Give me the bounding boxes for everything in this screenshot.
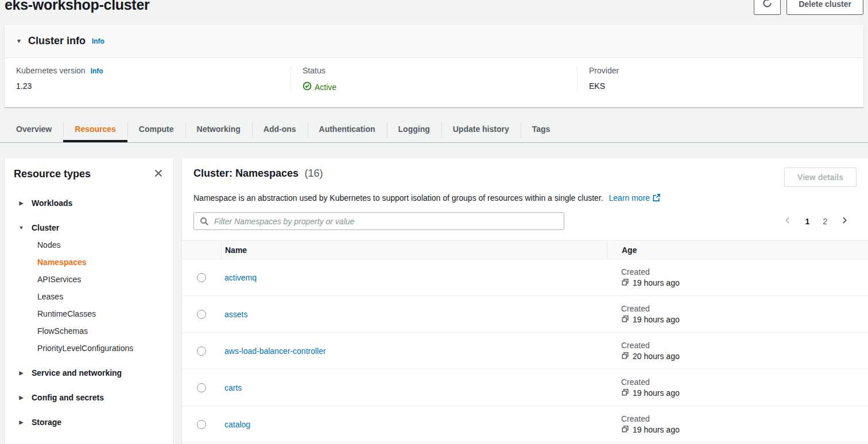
row-radio[interactable] — [197, 383, 206, 392]
sidebar-item-flowschemas[interactable]: FlowSchemas — [37, 322, 164, 340]
namespace-link[interactable]: catalog — [224, 420, 250, 429]
field-status: Status Active — [290, 66, 577, 92]
tab-resources[interactable]: Resources — [63, 116, 127, 142]
sidebar-group-cluster[interactable]: ▼ Cluster — [18, 219, 164, 236]
namespace-link[interactable]: carts — [224, 383, 242, 392]
close-icon — [154, 169, 163, 180]
table-row: activemq Created 19 hours ago — [182, 259, 868, 296]
chevron-left-icon — [784, 216, 792, 226]
sidebar-group-storage[interactable]: ▶ Storage — [18, 414, 164, 431]
caret-right-icon[interactable]: ▶ — [18, 370, 24, 376]
delete-cluster-button[interactable]: Delete cluster — [786, 0, 863, 15]
created-label: Created — [621, 377, 868, 387]
namespace-link[interactable]: aws-load-balancer-controller — [224, 346, 326, 356]
previous-page-button[interactable] — [784, 216, 792, 226]
chevron-right-icon — [840, 216, 848, 226]
page-number-1[interactable]: 1 — [805, 217, 809, 226]
sidebar-item-namespaces[interactable]: Namespaces — [37, 254, 164, 271]
age-value: 19 hours ago — [633, 388, 680, 398]
pagination: 1 2 — [784, 216, 848, 226]
external-link-icon — [652, 194, 661, 204]
cluster-info-info-link[interactable]: Info — [92, 37, 104, 45]
cluster-tabs: Overview Resources Compute Networking Ad… — [0, 116, 868, 143]
sidebar-group-config-and-secrets[interactable]: ▶ Config and secrets — [18, 389, 164, 406]
sidebar-item-nodes[interactable]: Nodes — [37, 236, 164, 254]
kubernetes-version-label: Kubernetes version — [16, 66, 86, 75]
sidebar-item-apiservices[interactable]: APIServices — [37, 271, 164, 288]
refresh-icon — [762, 0, 772, 10]
caret-right-icon[interactable]: ▶ — [18, 200, 24, 206]
row-radio[interactable] — [197, 420, 206, 429]
sidebar-group-workloads[interactable]: ▶ Workloads — [18, 194, 164, 212]
name-column-header: Name — [221, 241, 607, 259]
cluster-info-header[interactable]: ▼ Cluster info Info — [5, 25, 863, 58]
tab-tags[interactable]: Tags — [521, 116, 562, 142]
tab-add-ons[interactable]: Add-ons — [252, 116, 308, 142]
table-row: aws-load-balancer-controller Created 20 … — [182, 333, 868, 369]
close-panel-button[interactable] — [153, 168, 164, 181]
tab-networking[interactable]: Networking — [185, 116, 252, 142]
page-header: eks-workshop-cluster Delete cluster — [0, 0, 868, 24]
cluster-info-body: Kubernetes version Info 1.23 Status Acti… — [5, 58, 863, 107]
cluster-group-children: Nodes Namespaces APIServices Leases Runt… — [18, 236, 164, 357]
table-row: assets Created 19 hours ago — [182, 296, 868, 333]
row-radio[interactable] — [197, 310, 206, 319]
tab-authentication[interactable]: Authentication — [308, 116, 387, 142]
refresh-button[interactable] — [754, 0, 781, 15]
resource-types-panel: Resource types ▶ Workloads ▼ Cluster Nod… — [5, 158, 173, 444]
tab-compute[interactable]: Compute — [127, 116, 185, 142]
field-provider: Provider EKS — [577, 66, 863, 92]
caret-down-icon[interactable]: ▼ — [18, 225, 24, 231]
copy-icon[interactable] — [621, 352, 629, 361]
copy-icon[interactable] — [621, 278, 629, 288]
age-value: 19 hours ago — [633, 315, 680, 324]
created-label: Created — [621, 414, 868, 423]
table-row: catalog Created 19 hours ago — [182, 406, 868, 443]
tab-update-history[interactable]: Update history — [441, 116, 521, 142]
table-row: carts Created 19 hours ago — [182, 369, 868, 406]
copy-icon[interactable] — [621, 315, 629, 325]
tab-overview[interactable]: Overview — [5, 116, 63, 142]
namespace-link[interactable]: assets — [224, 310, 247, 319]
sidebar-group-label: Storage — [32, 418, 61, 427]
page-number-2[interactable]: 2 — [823, 217, 827, 226]
created-label: Created — [621, 267, 868, 276]
field-kubernetes-version: Kubernetes version Info 1.23 — [5, 66, 290, 92]
namespaces-table: Name Age activemq Created 19 — [182, 240, 868, 443]
namespace-link[interactable]: activemq — [224, 273, 257, 282]
caret-right-icon[interactable]: ▶ — [18, 395, 24, 400]
copy-icon[interactable] — [621, 388, 629, 398]
caret-down-icon[interactable]: ▼ — [16, 38, 22, 44]
tab-logging[interactable]: Logging — [387, 116, 441, 142]
caret-right-icon[interactable]: ▶ — [18, 419, 24, 425]
namespaces-description: Namespace is an abstraction used by Kube… — [193, 193, 603, 202]
row-radio[interactable] — [197, 273, 206, 282]
created-label: Created — [621, 304, 868, 313]
kubernetes-version-value: 1.23 — [16, 81, 279, 91]
view-details-button[interactable]: View details — [784, 168, 857, 187]
filter-namespaces-input[interactable] — [193, 212, 564, 230]
kubernetes-version-info-link[interactable]: Info — [91, 67, 103, 75]
resources-split-layout: Resource types ▶ Workloads ▼ Cluster Nod… — [5, 158, 868, 444]
created-label: Created — [621, 341, 868, 350]
sidebar-group-service-and-networking[interactable]: ▶ Service and networking — [18, 364, 164, 381]
status-label: Status — [303, 66, 326, 75]
sidebar-group-label: Workloads — [32, 198, 72, 208]
row-radio[interactable] — [197, 346, 206, 356]
status-value: Active — [315, 83, 336, 92]
table-header-row: Name Age — [182, 240, 868, 259]
namespaces-panel: Cluster: Namespaces (16) View details Na… — [182, 158, 868, 444]
learn-more-link[interactable]: Learn more — [609, 193, 650, 202]
next-page-button[interactable] — [840, 216, 848, 226]
age-value: 19 hours ago — [633, 425, 680, 434]
cluster-info-panel: ▼ Cluster info Info Kubernetes version I… — [5, 24, 863, 107]
resource-types-tree: ▶ Workloads ▼ Cluster Nodes Namespaces A… — [14, 194, 164, 431]
cluster-info-title: Cluster info — [28, 35, 86, 47]
sidebar-item-leases[interactable]: Leases — [37, 288, 164, 305]
namespaces-title: Cluster: Namespaces — [193, 168, 299, 179]
sidebar-item-runtimeclasses[interactable]: RuntimeClasses — [37, 305, 164, 322]
copy-icon[interactable] — [621, 425, 629, 435]
provider-label: Provider — [589, 66, 619, 75]
age-value: 20 hours ago — [633, 352, 680, 361]
sidebar-item-prioritylevelconfigurations[interactable]: PriorityLevelConfigurations — [37, 340, 164, 357]
